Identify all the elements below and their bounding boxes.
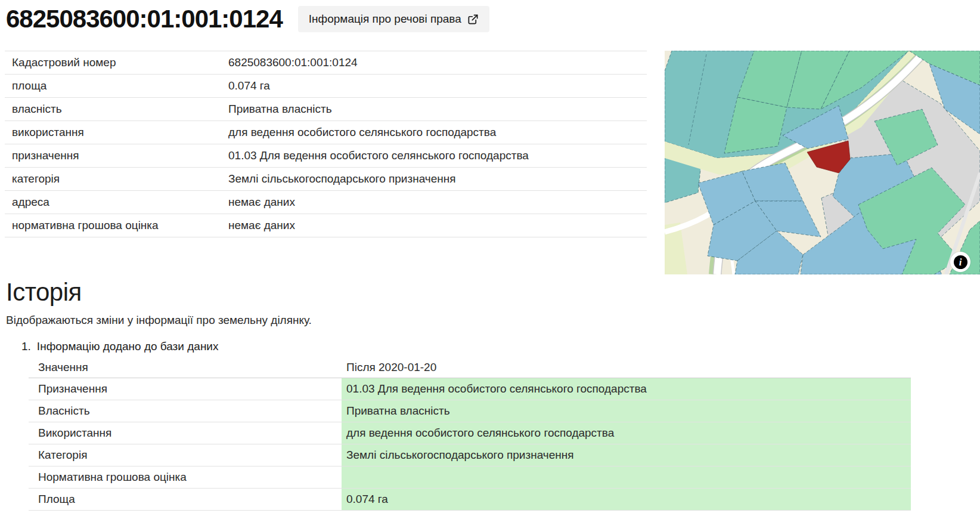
row-label: Категорія	[29, 444, 342, 466]
history-entry-header: 1. Інформацію додано до бази даних	[21, 340, 980, 353]
table-row: нормативна грошова оцінка немає даних	[5, 214, 647, 237]
page-title: 6825083600:01:001:0124	[6, 5, 283, 33]
row-value: 0.074 га	[221, 75, 647, 98]
row-label: Кадастровий номер	[5, 51, 221, 75]
row-label: Використання	[29, 422, 342, 444]
row-value: Землі сільськогосподарського призначення	[221, 168, 647, 191]
table-row: Площа 0.074 га	[29, 489, 911, 511]
history-table-body: Значення Після 2020-01-20 Призначення 01…	[29, 357, 911, 511]
parcel-info-panel: Кадастровий номер 6825083600:01:001:0124…	[5, 51, 647, 237]
map-canvas	[665, 51, 980, 274]
table-row: призначення 01.03 Для ведення особистого…	[5, 144, 647, 168]
row-value: Приватна власність	[342, 400, 911, 422]
row-value: 01.03 Для ведення особистого селянського…	[221, 144, 647, 168]
table-row: категорія Землі сільськогосподарського п…	[5, 168, 647, 191]
row-value: для ведення особистого селянського госпо…	[342, 422, 911, 444]
history-section-title: Історія	[6, 278, 980, 307]
page-header: 6825083600:01:001:0124 Інформація про ре…	[5, 0, 980, 33]
row-value: 6825083600:01:001:0124	[221, 51, 647, 75]
row-value: немає даних	[221, 191, 647, 214]
row-label: категорія	[5, 168, 221, 191]
row-label: адреса	[5, 191, 221, 214]
main-content: Кадастровий номер 6825083600:01:001:0124…	[5, 51, 980, 274]
table-row: власність Приватна власність	[5, 98, 647, 121]
row-label: Призначення	[29, 378, 342, 400]
row-label: Площа	[29, 489, 342, 511]
history-header-label: Значення	[29, 357, 342, 378]
table-row: Використання для ведення особистого селя…	[29, 422, 911, 444]
history-entry-title: Інформацію додано до бази даних	[37, 340, 219, 353]
row-value: 01.03 Для ведення особистого селянського…	[342, 378, 911, 400]
history-section-subtitle: Відображаються зміни у інформації про зе…	[6, 314, 980, 327]
row-label: призначення	[5, 144, 221, 168]
property-rights-button[interactable]: Інформація про речові права	[298, 6, 489, 32]
table-row: площа 0.074 га	[5, 75, 647, 98]
table-row: Нормативна грошова оцінка	[29, 466, 911, 489]
row-value: Приватна власність	[221, 98, 647, 121]
row-label: нормативна грошова оцінка	[5, 214, 221, 237]
table-row: Категорія Землі сільськогосподарського п…	[29, 444, 911, 466]
parcel-info-table: Кадастровий номер 6825083600:01:001:0124…	[5, 51, 647, 237]
row-value: Землі сільськогосподарського призначення	[342, 444, 911, 466]
table-row: Призначення 01.03 Для ведення особистого…	[29, 378, 911, 400]
map-attribution-button[interactable]: i	[950, 252, 970, 272]
row-label: Нормативна грошова оцінка	[29, 466, 342, 489]
table-row: Кадастровий номер 6825083600:01:001:0124	[5, 51, 647, 75]
history-entry-index: 1.	[21, 340, 31, 353]
table-row: використання для ведення особистого селя…	[5, 121, 647, 144]
row-value: 0.074 га	[342, 489, 911, 511]
external-link-icon	[467, 14, 479, 25]
history-entry: 1. Інформацію додано до бази даних Значе…	[5, 340, 980, 511]
row-value: немає даних	[221, 214, 647, 237]
table-row: адреса немає даних	[5, 191, 647, 214]
parcel-info-table-body: Кадастровий номер 6825083600:01:001:0124…	[5, 51, 647, 237]
cadastral-parcel-page: 6825083600:01:001:0124 Інформація про ре…	[0, 0, 980, 511]
row-value: для ведення особистого селянського госпо…	[221, 121, 647, 144]
cadastral-map[interactable]: i	[665, 51, 980, 274]
history-table-header-row: Значення Після 2020-01-20	[29, 357, 911, 378]
row-label: використання	[5, 121, 221, 144]
row-label: площа	[5, 75, 221, 98]
property-rights-button-label: Інформація про речові права	[309, 13, 461, 26]
row-label: Власність	[29, 400, 342, 422]
row-value	[342, 466, 911, 489]
info-icon: i	[954, 255, 967, 269]
table-row: Власність Приватна власність	[29, 400, 911, 422]
history-table: Значення Після 2020-01-20 Призначення 01…	[29, 357, 911, 511]
history-header-value: Після 2020-01-20	[342, 357, 911, 378]
row-label: власність	[5, 98, 221, 121]
